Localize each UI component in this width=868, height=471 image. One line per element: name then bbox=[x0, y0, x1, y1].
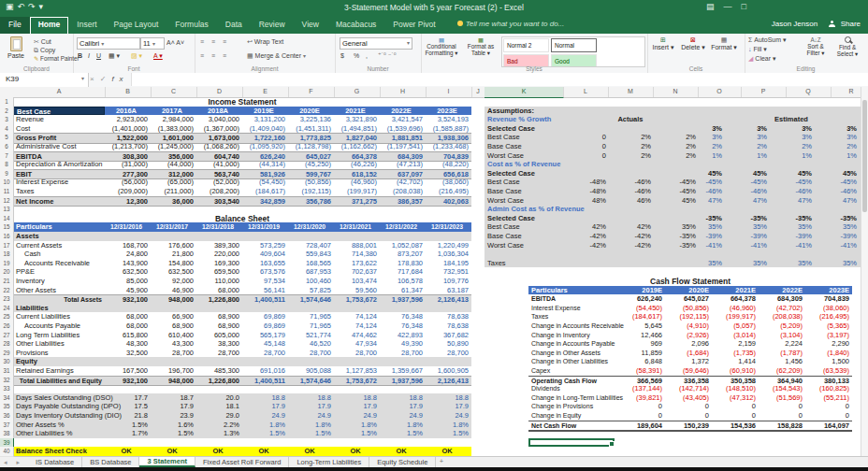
assumption-row-best-case[interactable]: Best Case02%2%3%3%3%3%3% bbox=[485, 133, 868, 142]
cell[interactable]: (42,702) bbox=[380, 178, 426, 187]
cell[interactable]: (48,220) bbox=[426, 160, 471, 169]
row-label[interactable]: Worst Case bbox=[487, 151, 524, 161]
year-header[interactable]: 2020E bbox=[288, 107, 334, 116]
cell[interactable]: (54,450) bbox=[242, 178, 288, 187]
cell[interactable]: (192,115) bbox=[288, 187, 334, 196]
cell[interactable]: (148,510) bbox=[712, 384, 759, 393]
cf-row-dividends[interactable]: Dividends(137,144)(142,714)(148,510)(154… bbox=[528, 384, 852, 393]
cell[interactable]: 673,576 bbox=[242, 267, 288, 277]
bs-row-equity[interactable]: Equity bbox=[13, 357, 471, 366]
cell[interactable]: 2% bbox=[724, 142, 770, 151]
cell[interactable]: 0 bbox=[805, 402, 852, 411]
font-color-icon[interactable]: A ▾ bbox=[153, 52, 163, 60]
cell[interactable]: 717,684 bbox=[380, 267, 426, 277]
cell[interactable]: (63,539) bbox=[805, 366, 852, 376]
cf-row-change-in-accounts-payable[interactable]: Change in Accounts Payable9692,0962,1592… bbox=[528, 339, 852, 349]
cf-row-ebitda[interactable]: EBITDA626,240645,027664,378684,309704,83… bbox=[528, 294, 852, 304]
cell[interactable]: 76,348 bbox=[380, 312, 426, 321]
cell[interactable]: 47% bbox=[814, 196, 860, 206]
fill-button[interactable]: ↓ Fill ▾ bbox=[748, 46, 767, 53]
assumption-row-worst-case[interactable]: Worst Case48%46%45%47%47%47%47%47% bbox=[485, 196, 868, 206]
cell[interactable]: 1,600,905 bbox=[426, 366, 471, 376]
cell[interactable]: 0 bbox=[665, 402, 712, 411]
cell[interactable]: 1.5% bbox=[380, 429, 426, 438]
bs-row-long-term-liabilities[interactable]: Long Term Liabilities615,800610,400605,0… bbox=[13, 331, 471, 340]
cell[interactable]: (41,000) bbox=[196, 160, 242, 169]
year-header[interactable]: 2022E bbox=[380, 107, 426, 116]
clear-button[interactable]: ◢ Clear ▾ bbox=[748, 55, 776, 63]
row-label[interactable]: Particulars bbox=[531, 286, 568, 295]
sort-filter-button[interactable]: A↓ZSort & Filter ▾ bbox=[801, 36, 831, 56]
cell[interactable]: 0 bbox=[563, 133, 609, 142]
row-label[interactable]: Dividends bbox=[531, 384, 560, 393]
row-label[interactable]: Cash bbox=[24, 250, 41, 259]
assumption-row-base-case[interactable]: Base Case-42%-42%-35%-39%-39%-39%-39%-39… bbox=[485, 232, 868, 241]
cell[interactable]: (1,735) bbox=[712, 349, 759, 358]
row-label[interactable]: Total Liabilities and Equity bbox=[20, 377, 102, 386]
cell[interactable]: 35% bbox=[679, 222, 725, 232]
cell[interactable]: 220,000 bbox=[196, 250, 242, 259]
date-header[interactable]: 12/31/2022 bbox=[380, 222, 426, 232]
cell[interactable]: -39% bbox=[679, 232, 725, 241]
cell[interactable]: 21.8 bbox=[105, 411, 151, 421]
cell[interactable]: 28,700 bbox=[334, 349, 380, 358]
cell[interactable]: 18.8 bbox=[380, 393, 426, 403]
cell[interactable]: (211,000) bbox=[151, 187, 196, 196]
column-header-E[interactable]: E bbox=[242, 87, 289, 97]
cell[interactable]: -39% bbox=[724, 232, 770, 241]
assumption-row-selected-case[interactable]: Selected Case-35%-35%-35%-35%-35% bbox=[485, 214, 868, 223]
cell[interactable]: 3,421,547 bbox=[380, 115, 426, 124]
cell[interactable]: 18.8 bbox=[288, 393, 334, 403]
cell[interactable]: 110,000 bbox=[196, 277, 242, 286]
cell[interactable]: 1.6% bbox=[151, 421, 196, 430]
cell[interactable]: (208,038) bbox=[759, 312, 805, 321]
cell[interactable]: 143,900 bbox=[105, 259, 151, 268]
row-label[interactable]: Accounts Payable bbox=[24, 321, 80, 331]
cell[interactable]: 1,127,853 bbox=[334, 366, 380, 376]
cell[interactable]: (47,312) bbox=[712, 393, 759, 403]
cell[interactable]: (4,910) bbox=[665, 321, 712, 331]
sheet-tab-fixed-asset-roll-forward[interactable]: Fixed Asset Roll Forward bbox=[195, 457, 289, 467]
cell[interactable]: -45% bbox=[769, 178, 815, 187]
cell[interactable]: 728,407 bbox=[288, 241, 334, 250]
borders-icon[interactable]: ▦ ▾ bbox=[108, 52, 120, 60]
cell[interactable]: (1,213,700) bbox=[105, 142, 151, 151]
cell[interactable]: -46% bbox=[679, 187, 725, 196]
cell[interactable]: -46% bbox=[608, 178, 654, 187]
cell[interactable]: 74,124 bbox=[334, 312, 380, 321]
cell[interactable]: 5,645 bbox=[618, 321, 665, 331]
cell[interactable]: -35% bbox=[724, 214, 770, 223]
cell[interactable]: 1.8% bbox=[288, 421, 334, 430]
cell[interactable]: -42% bbox=[563, 232, 609, 241]
cell[interactable]: 521,774 bbox=[288, 331, 334, 340]
formula-input[interactable] bbox=[131, 73, 868, 86]
ribbon-tab-file[interactable]: File bbox=[0, 17, 30, 34]
cell[interactable]: 1.5% bbox=[105, 421, 151, 430]
cell[interactable]: (5,365) bbox=[805, 321, 852, 331]
ratio-row-1[interactable]: Days Sales Outstanding (DSO)17.718.720.0… bbox=[13, 393, 471, 403]
cell[interactable]: (1,197,541) bbox=[380, 142, 426, 151]
cell[interactable]: 167,500 bbox=[105, 366, 151, 376]
horizontal-align-icons[interactable]: ≡ ≡ ≡ bbox=[200, 52, 229, 59]
cell[interactable]: 69,869 bbox=[242, 312, 288, 321]
paste-button[interactable]: Paste bbox=[2, 36, 30, 59]
cf-row-change-in-accounts-receivable[interactable]: Change in Accounts Receivable5,645(4,910… bbox=[528, 321, 852, 331]
cell[interactable]: 28,700 bbox=[151, 349, 196, 358]
row-label[interactable]: Base Case bbox=[487, 142, 522, 151]
cell[interactable]: (1,095,920) bbox=[242, 142, 288, 151]
cell[interactable]: 367,682 bbox=[426, 331, 471, 340]
cell[interactable]: -35% bbox=[814, 214, 860, 223]
cell[interactable]: 23.9 bbox=[151, 411, 196, 421]
cell[interactable]: 1,414 bbox=[712, 357, 759, 366]
year-header[interactable]: 2019E bbox=[618, 286, 665, 295]
cell[interactable]: -46% bbox=[608, 187, 654, 196]
cell[interactable]: 11,859 bbox=[618, 349, 665, 358]
ratio-row-3[interactable]: Days Inventory Outstanding (DIO)21.823.9… bbox=[13, 411, 471, 421]
cell[interactable]: 196,700 bbox=[151, 366, 196, 376]
cell[interactable]: 888,001 bbox=[334, 241, 380, 250]
cell[interactable]: 48% bbox=[563, 196, 609, 206]
wrap-text-button[interactable]: ↩ Wrap Text bbox=[247, 38, 283, 46]
cell[interactable]: 69,869 bbox=[242, 321, 288, 331]
cell[interactable]: 559,843 bbox=[288, 250, 334, 259]
cell[interactable]: 632,500 bbox=[151, 267, 196, 277]
